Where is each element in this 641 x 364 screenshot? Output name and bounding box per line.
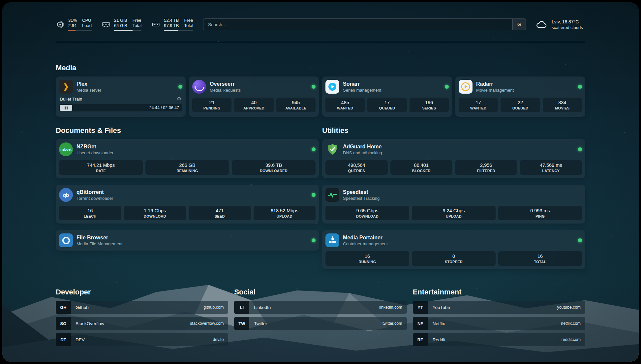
stat-label: LATENCY [542,168,560,173]
app-card-adguard[interactable]: AdGuard Home DNS and adblocking 498,564 … [322,139,585,178]
app-card-nzbget[interactable]: nzbget NZBGet Usenet downloader 744.21 M… [56,139,319,178]
stat-value: 9.65 Gbps [356,208,379,214]
stat-value: 39.6 TB [265,162,282,168]
ram-progress-track [114,30,141,31]
bookmark-github[interactable]: GH Github github.com [56,301,228,314]
stat-download: 1.19 Gbps DOWNLOAD [124,206,186,220]
app-card-portainer[interactable]: Media Portainer Container management 16 … [322,230,585,269]
stat-value: 2,956 [480,162,492,168]
app-name: NZBGet [76,143,113,150]
stat-label: QUERIES [348,168,365,173]
stat-label: RUNNING [358,259,376,264]
bookmark-name: Github [71,301,89,314]
app-card-speedtest[interactable]: Speedtest Speedtest Tracking 9.65 Gbps D… [322,185,585,224]
status-dot [445,85,449,89]
stat-wanted: 17 WANTED [459,98,498,112]
stat-value: 17 [384,100,390,106]
bookmark-twitter[interactable]: TW Twitter twitter.com [234,317,407,330]
stat-wanted: 485 WANTED [325,98,365,112]
stat-label: LEECH [84,214,97,219]
bookmark-name: Netflix [428,317,445,330]
stat-value: 834 [558,100,566,106]
stat-label: AVAILABLE [286,106,307,110]
pause-button[interactable] [60,105,72,111]
stat-label: SERIES [422,106,436,110]
app-subtitle: Media File Management [76,241,122,247]
bookmark-dev[interactable]: DT DEV dev.to [56,333,228,346]
stat-value: 945 [292,100,300,106]
overseerr-icon [192,80,206,94]
app-card-radarr[interactable]: Radarr Movie management 17 WANTED 22 QUE… [455,76,585,117]
playback-time: 24:44 / 02:06:47 [149,106,182,110]
bookmark-reddit[interactable]: RE Reddit reddit.com [413,333,585,346]
stat-label: SEED [215,214,225,219]
stat-downloaded: 39.6 TB DOWNLOADED [232,160,316,175]
app-subtitle: Container management [343,241,388,247]
stat-label: WANTED [470,106,486,110]
stat-value: 196 [425,100,433,106]
cpu-label-bottom: Load [82,23,92,28]
bookmark-url: linkedin.com [379,301,407,314]
stat-label: FILTERED [477,168,495,173]
status-dot [578,147,582,151]
app-subtitle: Media server [76,87,101,93]
app-name: Speedtest [343,189,380,196]
stat-value: 16 [87,208,93,214]
stat-label: PENDING [203,106,221,110]
disk-progress-track [164,30,193,31]
stat-rate: 744.21 Mbps RATE [59,160,143,175]
bookmark-url: github.com [203,301,228,314]
bookmark-youtube[interactable]: YT YouTube youtube.com [413,301,585,314]
bookmark-badge: TW [234,317,249,330]
media-section-title: Media [56,63,585,73]
app-subtitle: Series management [343,87,381,93]
bookmark-netflix[interactable]: NF Netflix netflix.com [413,317,585,330]
disk-icon [151,20,160,29]
search-input[interactable] [203,19,512,30]
bookmark-url: netflix.com [561,317,585,330]
stat-label: BLOCKED [412,168,431,173]
bookmark-badge: LI [234,301,249,314]
stat-label: REMAINING [176,168,198,173]
plex-playback-bar[interactable]: 24:44 / 02:06:47 [59,104,182,111]
section-entertainment: Entertainment YT YouTube youtube.com NF … [413,288,585,346]
app-card-sonarr[interactable]: Sonarr Series management 485 WANTED 17 Q… [322,76,452,117]
now-playing-title: Bullet Train [60,97,82,102]
app-name: Plex [76,81,101,87]
ram-widget: 21 GiB Free 64 GiB Total [102,18,141,31]
stat-remaining: 266 GB REMAINING [145,160,229,175]
app-card-plex[interactable]: ❯ Plex Media server Bullet Train ⚙ 24:44 [56,76,186,117]
app-card-overseerr[interactable]: Overseerr Media Requests 21 PENDING 40 A… [189,76,319,117]
weather-condition: scattered clouds [552,25,583,30]
speedtest-icon [325,188,339,202]
stat-value: 16 [537,253,543,259]
gear-icon[interactable]: ⚙ [177,96,181,102]
bookmark-name: Reddit [428,333,445,346]
ram-free-value: 21 GiB [114,18,127,23]
ram-progress-fill [114,30,133,31]
sonarr-icon [325,80,339,94]
cpu-widget: 31% CPU 2.94 Load [56,18,92,31]
app-subtitle: Usenet downloader [76,150,113,156]
bookmark-stackoverflow[interactable]: SO StackOverflow stackoverflow.com [56,317,228,330]
bookmark-name: YouTube [428,301,450,314]
app-subtitle: Torrent downloader [76,196,113,201]
app-card-qbittorrent[interactable]: qb qBittorrent Torrent downloader 16 LEE… [56,185,319,224]
bookmark-linkedin[interactable]: LI LinkedIn linkedin.com [234,301,407,314]
app-card-filebrowser[interactable]: File Browser Media File Management [56,230,319,251]
stat-series: 196 SERIES [410,98,449,112]
ram-label-top: Free [133,18,141,23]
bookmark-url: stackoverflow.com [190,317,228,330]
stat-upload: 9.24 Gbps UPLOAD [412,206,496,220]
stat-value: 16 [365,253,370,259]
stat-label: DOWNLOAD [356,214,379,219]
search-engine-button[interactable]: G [512,19,526,30]
stat-label: UPLOAD [446,214,462,219]
documents-section-title: Documents & Files [56,126,319,135]
disk-free-value: 52.4 TB [164,18,179,23]
portainer-icon [325,233,339,247]
stat-value: 618.52 Mbps [271,208,298,214]
stat-seed: 471 SEED [189,206,251,220]
stat-upload: 618.52 Mbps UPLOAD [254,206,316,220]
app-name: Media Portainer [343,234,388,241]
